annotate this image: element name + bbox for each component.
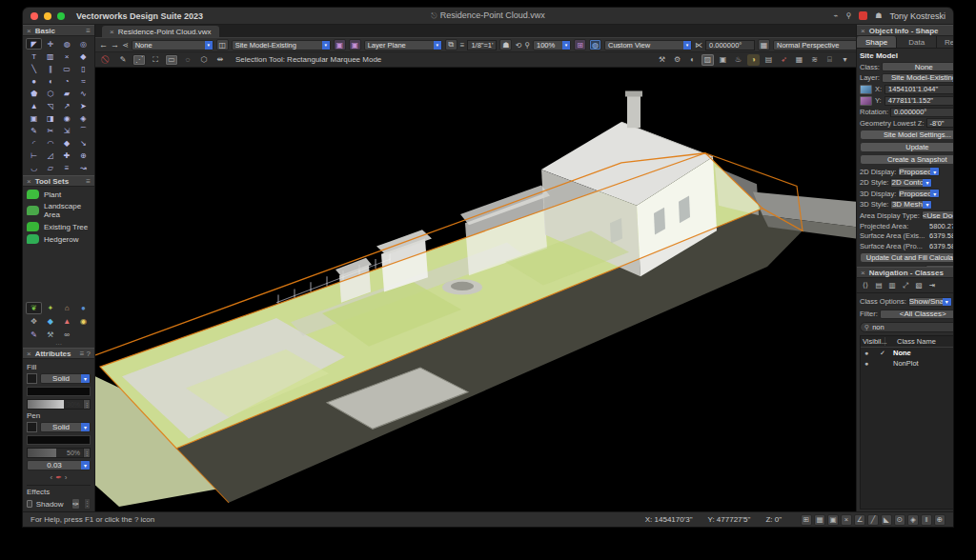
basic-tool-icon[interactable]: ↗: [59, 100, 75, 111]
snap-toggle-icon[interactable]: ╱: [867, 514, 879, 526]
slider-handle[interactable]: ⋮: [83, 449, 90, 457]
x-coordinate-field[interactable]: 1454101'1.044": [884, 85, 953, 94]
close-palette-icon[interactable]: ×: [861, 27, 865, 35]
pen-opacity-slider[interactable]: 50% ⋮: [27, 448, 91, 458]
visibility-eye-icon[interactable]: ●: [861, 350, 872, 356]
polygon-marquee-icon[interactable]: ⬡: [197, 54, 211, 66]
view-utility-icon[interactable]: ⚙: [671, 54, 683, 66]
snap-toggle-icon[interactable]: ◈: [907, 514, 919, 526]
toolset-item[interactable]: Hedgerow: [27, 234, 91, 244]
navigation-mode-icon[interactable]: ⟨⟩: [860, 280, 871, 290]
selection-options-icon[interactable]: ⛶: [149, 54, 162, 66]
class-dropdown[interactable]: None ▾: [882, 62, 953, 71]
layer-dropdown[interactable]: Site Model-Existing ▾: [882, 73, 953, 83]
basic-tool-icon[interactable]: ⊢: [26, 150, 42, 161]
texture-thumbnail[interactable]: [860, 96, 872, 106]
class-row[interactable]: ● ✓ None: [861, 348, 953, 358]
snap-toggle-icon[interactable]: ‖: [921, 514, 932, 526]
update-cut-fill-button[interactable]: Update Cut and Fill Calculations: [860, 252, 953, 263]
view-utility-icon[interactable]: ▣: [717, 54, 729, 66]
basic-tool-icon[interactable]: ✚: [59, 150, 75, 161]
basic-tool-icon[interactable]: ↘: [75, 137, 92, 149]
snap-toggle-icon[interactable]: ⊕: [934, 514, 946, 526]
toolset-item[interactable]: Existing Tree: [27, 222, 91, 231]
interactive-scaling-icon[interactable]: ⋰: [132, 54, 146, 66]
pen-style-dropdown[interactable]: Solid ▾: [40, 422, 91, 432]
rotation-angle-field[interactable]: 0.000000°: [705, 40, 755, 50]
create-snapshot-button[interactable]: Create a Snapshot: [860, 154, 953, 165]
basic-tool-icon[interactable]: ⌒: [75, 125, 92, 136]
basic-tool-icon[interactable]: ⬟: [26, 88, 42, 99]
basic-tool-icon[interactable]: ◜: [26, 137, 42, 149]
basic-tool-icon[interactable]: ∥: [42, 63, 58, 74]
basic-tool-icon[interactable]: ◆: [59, 137, 75, 149]
attributes-palette-header[interactable]: × Attributes ≡ ?: [23, 348, 94, 359]
shadow-settings-icon[interactable]: ✑: [71, 498, 80, 510]
display-option-dropdown[interactable]: 3D Mesh ▾: [890, 200, 932, 210]
basic-tool-icon[interactable]: T: [26, 50, 42, 62]
basic-tool-icon[interactable]: ✛: [42, 38, 58, 50]
globe-view-icon[interactable]: ◍: [589, 39, 601, 50]
display-option-dropdown[interactable]: Proposed +... ▾: [898, 167, 940, 176]
basic-tool-icon[interactable]: ◨: [42, 112, 58, 124]
navigation-mode-icon[interactable]: ▧: [913, 280, 925, 290]
zoom-window-button[interactable]: [57, 12, 65, 20]
plane-mode-icon[interactable]: ⧉: [445, 39, 458, 50]
class-options-dropdown[interactable]: Show/Snap/Modify O... ▾: [908, 297, 952, 307]
basic-tool-icon[interactable]: ×: [59, 50, 75, 62]
basic-tool-icon[interactable]: ◉: [59, 112, 75, 124]
basic-tool-icon[interactable]: ✎: [26, 125, 42, 136]
toolset-item[interactable]: Landscape Area: [27, 202, 91, 219]
basic-tool-icon[interactable]: ◡: [26, 162, 42, 173]
toolset-category-icon[interactable]: ⚒: [42, 329, 58, 341]
snap-toggle-icon[interactable]: ×: [841, 514, 852, 526]
site-model-thumbnail[interactable]: [860, 85, 872, 94]
share-icon[interactable]: ⌁: [834, 11, 839, 20]
basic-tool-icon[interactable]: ⊕: [75, 150, 92, 161]
toolset-category-icon[interactable]: ▲: [59, 315, 75, 328]
rotation-field[interactable]: 0.000000°: [890, 108, 953, 117]
snap-toggle-icon[interactable]: ◣: [881, 514, 892, 526]
basic-tool-icon[interactable]: ◤: [26, 38, 42, 50]
basic-tool-icon[interactable]: ◆: [75, 50, 92, 62]
pen-tool-icon[interactable]: ✎: [116, 54, 130, 66]
class-table-header[interactable]: Visibil... Class Name: [861, 336, 953, 348]
display-option-dropdown[interactable]: Proposed O... ▾: [898, 189, 940, 198]
y-coordinate-field[interactable]: 477811'1.152": [884, 96, 953, 106]
navigation-mode-icon[interactable]: ▤: [873, 280, 884, 290]
snap-toggle-icon[interactable]: ▦: [814, 514, 825, 526]
zoom-level-dropdown[interactable]: 100% ▾: [533, 40, 571, 50]
close-window-button[interactable]: [30, 12, 38, 20]
close-palette-icon[interactable]: ×: [27, 350, 31, 358]
rectangular-marquee-icon[interactable]: ▭: [165, 54, 178, 66]
update-button[interactable]: Update: [860, 142, 953, 152]
view-utility-icon[interactable]: ▦: [793, 54, 805, 66]
back-icon[interactable]: ←: [99, 40, 108, 50]
toolset-category-icon[interactable]: ✦: [42, 302, 58, 314]
view-utility-icon[interactable]: ≋: [808, 54, 821, 66]
lowest-z-field[interactable]: -8'0": [926, 118, 953, 128]
basic-tool-icon[interactable]: ↝: [75, 162, 92, 173]
basic-tool-icon[interactable]: ▯: [75, 63, 92, 74]
view-utility-icon[interactable]: ◐: [686, 54, 699, 66]
basic-tool-icon[interactable]: ◎: [75, 38, 92, 50]
palette-menu-icon[interactable]: ≡: [86, 177, 91, 186]
basic-tool-icon[interactable]: ≈: [75, 75, 92, 87]
chevron-left-icon[interactable]: ‹: [50, 473, 52, 482]
class-visibility-icon[interactable]: ▣: [334, 39, 346, 50]
view-utility-icon[interactable]: ⌸: [824, 54, 836, 66]
disable-snapping-icon[interactable]: ⃠: [100, 54, 113, 66]
toolset-category-icon[interactable]: ✥: [26, 315, 42, 328]
object-info-header[interactable]: × Object Info - Shape ≡ ?: [857, 25, 953, 36]
basic-tool-icon[interactable]: ◔: [59, 75, 75, 87]
basic-palette-header[interactable]: × Basic ≡: [23, 25, 94, 36]
tab-data[interactable]: Data: [897, 36, 937, 48]
multi-view-icon[interactable]: ⊞: [574, 39, 586, 50]
display-option-dropdown[interactable]: <Use Docu... ▾: [922, 210, 953, 220]
notification-badge-icon[interactable]: [859, 11, 867, 20]
view-utility-icon[interactable]: ⚒: [656, 54, 668, 66]
basic-tool-icon[interactable]: ◠: [42, 137, 58, 149]
toolset-item[interactable]: Plant: [27, 190, 91, 199]
basic-tool-icon[interactable]: ▱: [42, 162, 58, 173]
snap-toggle-icon[interactable]: ⊞: [801, 514, 812, 526]
